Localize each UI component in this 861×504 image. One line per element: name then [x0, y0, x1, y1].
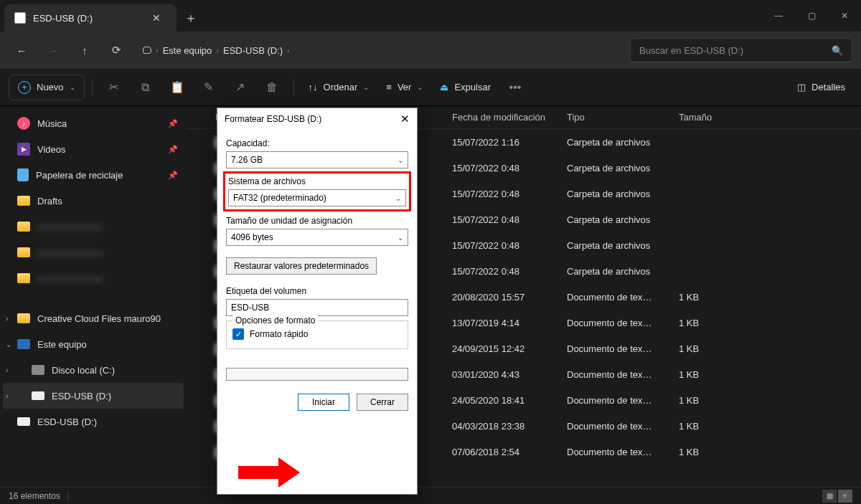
filesystem-select[interactable]: FAT32 (predeterminado) ⌄ — [228, 189, 406, 206]
expand-icon[interactable]: › — [6, 315, 8, 323]
sidebar-item-label: ESD-USB (D:) — [52, 391, 111, 401]
file-type: Carpeta de archivos — [567, 240, 679, 251]
breadcrumb-item[interactable]: Este equipo — [163, 45, 212, 56]
maximize-icon[interactable]: ▢ — [795, 0, 828, 32]
file-type: Documento de tex… — [567, 343, 679, 354]
sort-button[interactable]: ↑↓ Ordenar ⌄ — [301, 75, 377, 100]
sidebar-item[interactable]: ——————— — [3, 265, 184, 291]
cut-button[interactable]: ✂ — [100, 75, 128, 100]
view-button[interactable]: ≡ Ver ⌄ — [379, 75, 430, 100]
sidebar-item-label: ——————— — [37, 222, 103, 232]
progress-bar — [226, 368, 408, 381]
file-size: 1 KB — [679, 395, 736, 406]
active-tab[interactable]: ESD-USB (D:) ✕ — [4, 4, 177, 32]
file-date: 15/07/2022 0:48 — [452, 189, 567, 199]
tab-close-icon[interactable]: ✕ — [148, 12, 165, 24]
filesystem-label: Sistema de archivos — [228, 176, 406, 186]
format-dialog: Formatear ESD-USB (D:) ✕ Capacidad: 7.26… — [217, 108, 418, 495]
annotation-arrow — [238, 457, 303, 486]
col-size[interactable]: Tamaño — [679, 112, 736, 123]
file-type: Carpeta de archivos — [567, 137, 679, 148]
volume-label-label: Etiqueta del volumen — [226, 286, 408, 296]
sidebar-tree-item[interactable]: ›Disco local (C:) — [3, 357, 184, 383]
expand-icon[interactable]: ⌄ — [6, 341, 11, 348]
refresh-button[interactable]: ⟳ — [103, 37, 129, 63]
capacity-select[interactable]: 7.26 GB ⌄ — [226, 151, 408, 168]
view-thumbnails-button[interactable]: ▦ — [822, 490, 837, 503]
sidebar-item[interactable]: Drafts — [3, 188, 184, 214]
sidebar-tree-item[interactable]: ›Creative Cloud Files mauro90 — [3, 305, 184, 331]
file-type: Documento de tex… — [567, 369, 679, 380]
sidebar-item[interactable]: ♪Música📌 — [3, 110, 184, 136]
up-button[interactable]: ↑ — [72, 37, 98, 63]
new-tab-button[interactable]: ＋ — [177, 4, 205, 32]
allocation-select[interactable]: 4096 bytes ⌄ — [226, 229, 408, 246]
sidebar-item-label: Música — [37, 118, 67, 129]
new-button[interactable]: + Nuevo ⌄ — [9, 75, 85, 100]
rename-button[interactable]: ✎ — [194, 75, 223, 100]
expand-icon[interactable]: › — [6, 366, 8, 374]
sidebar-tree-item[interactable]: ESD-USB (D:) — [3, 409, 184, 434]
start-button[interactable]: Iniciar — [298, 394, 349, 411]
eject-button[interactable]: ⏏ Expulsar — [433, 75, 498, 100]
breadcrumb-item[interactable]: ESD-USB (D:) — [223, 45, 283, 56]
sidebar-item[interactable]: ——————— — [3, 214, 184, 239]
expand-icon[interactable]: › — [6, 392, 8, 400]
file-date: 24/09/2015 12:42 — [452, 343, 567, 354]
chevron-down-icon: ⌄ — [70, 83, 75, 91]
music-icon: ♪ — [17, 117, 30, 130]
back-button[interactable]: ← — [9, 37, 34, 63]
breadcrumb[interactable]: 🖵 › Este equipo › ESD-USB (D:) › — [135, 45, 624, 56]
more-button[interactable]: ••• — [501, 75, 530, 100]
sidebar-tree-item[interactable]: ⌄Este equipo — [3, 331, 184, 357]
file-date: 04/03/2018 23:38 — [452, 421, 567, 432]
copy-button[interactable]: ⧉ — [131, 75, 160, 100]
file-date: 15/07/2022 0:48 — [452, 214, 567, 225]
search-placeholder: Buscar en ESD-USB (D:) — [639, 45, 743, 56]
sidebar-tree-item[interactable]: ›ESD-USB (D:) — [3, 383, 184, 409]
file-type: Carpeta de archivos — [567, 214, 679, 225]
file-type: Documento de tex… — [567, 395, 679, 406]
dialog-titlebar[interactable]: Formatear ESD-USB (D:) ✕ — [217, 108, 417, 130]
file-size: 1 KB — [679, 292, 736, 303]
share-button[interactable]: ↗ — [226, 75, 255, 100]
search-input[interactable]: Buscar en ESD-USB (D:) 🔍 — [630, 38, 852, 62]
file-date: 13/07/2019 4:14 — [452, 318, 567, 328]
sidebar-item[interactable]: Papelera de reciclaje📌 — [3, 162, 184, 188]
close-icon[interactable]: ✕ — [828, 0, 861, 32]
sidebar-item-label: Videos — [37, 144, 66, 155]
close-button[interactable]: Cerrar — [357, 394, 408, 411]
view-details-button[interactable]: ≡ — [838, 490, 852, 503]
details-pane-button[interactable]: ◫ Detalles — [790, 75, 852, 100]
file-type: Documento de tex… — [567, 318, 679, 328]
restore-defaults-button[interactable]: Restaurar valores predeterminados — [226, 257, 377, 275]
col-date[interactable]: Fecha de modificación — [452, 112, 567, 123]
col-type[interactable]: Tipo — [567, 112, 679, 123]
sidebar-item[interactable]: ▶Videos📌 — [3, 136, 184, 162]
allocation-label: Tamaño de unidad de asignación — [226, 216, 408, 226]
chevron-down-icon: ⌄ — [397, 234, 403, 242]
format-options-group: Opciones de formato ✓ Formato rápido — [226, 320, 408, 349]
pin-icon: 📌 — [168, 145, 178, 154]
delete-button[interactable]: 🗑 — [258, 75, 286, 100]
sidebar-item[interactable]: ——————— — [3, 239, 184, 265]
sidebar-item-label: Papelera de reciclaje — [36, 170, 123, 181]
file-type: Documento de tex… — [567, 447, 679, 457]
file-type: Carpeta de archivos — [567, 163, 679, 173]
file-date: 15/07/2022 0:48 — [452, 240, 567, 251]
chevron-down-icon: ⌄ — [417, 83, 423, 91]
forward-button[interactable]: → — [40, 37, 66, 63]
search-icon: 🔍 — [832, 45, 843, 56]
quick-format-checkbox[interactable]: ✓ Formato rápido — [232, 328, 402, 340]
dialog-close-icon[interactable]: ✕ — [400, 113, 410, 125]
minimize-icon[interactable]: ― — [762, 0, 795, 32]
usb-icon — [17, 417, 30, 426]
hdd-icon — [32, 365, 44, 375]
paste-button[interactable]: 📋 — [163, 75, 192, 100]
file-size: 1 KB — [679, 369, 736, 380]
sidebar-item-label: Disco local (C:) — [52, 365, 115, 376]
details-icon: ◫ — [797, 82, 806, 92]
check-icon: ✓ — [232, 328, 244, 340]
volume-label-input[interactable] — [226, 299, 408, 316]
file-size: 1 KB — [679, 318, 736, 328]
